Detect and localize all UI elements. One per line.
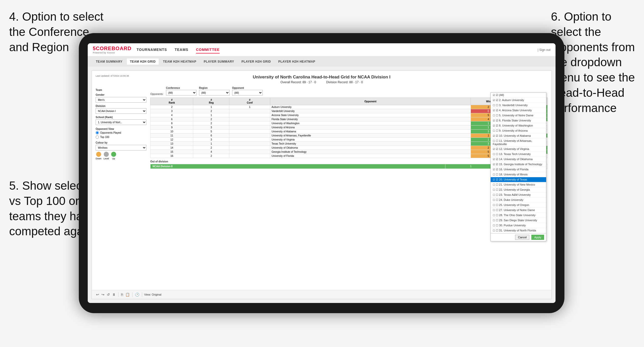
td-opponent: University of Washington (270, 121, 471, 126)
conference-filter-group: Conference (All) (166, 87, 197, 95)
out-of-division-label: Out of division (150, 160, 548, 163)
dropdown-item[interactable]: ☐ 30. Purdue University (491, 223, 546, 228)
top100-label: Top 100 (100, 136, 109, 138)
report-panel: Last Updated: 4/7/2024 16:55:38 Universi… (92, 71, 552, 299)
dropdown-item[interactable]: ☑ 4. Arizona State University (491, 108, 546, 113)
division-record: Division Record: 88 · 17 · 0 (326, 80, 363, 84)
dropdown-item[interactable]: ☑ 6. Florida State University (491, 118, 546, 123)
dropdown-item[interactable]: ☐ 23. Texas A&M University (491, 192, 546, 198)
legend-down-label: Down (96, 157, 101, 160)
dropdown-item[interactable]: ☑ 10. University of Alabama (491, 133, 546, 138)
conference-filter-label: Conference (166, 87, 197, 89)
dropdown-item[interactable]: ☐ 5. University of Notre Dame (491, 113, 546, 118)
paste-icon[interactable]: 📋 (125, 292, 130, 297)
dropdown-item[interactable]: ☐ 25. University of Oregon (491, 203, 546, 208)
dropdown-item[interactable]: ☑ 2. Auburn University (491, 98, 546, 103)
td-reg: 2 (193, 121, 229, 126)
gender-select[interactable]: Men's (96, 97, 146, 103)
cancel-button[interactable]: Cancel (515, 235, 529, 240)
dropdown-item[interactable]: ☑ (All) (491, 93, 546, 98)
top100-option[interactable]: Top 100 (96, 135, 146, 139)
sub-nav-h2h-heatmap[interactable]: TEAM H2H HEATMAP (160, 59, 199, 65)
dropdown-item[interactable]: ☑ 16. University of Florida (491, 167, 546, 172)
toolbar-sep-1 (118, 292, 118, 297)
opponents-played-radio[interactable] (96, 131, 99, 134)
school-label: School (Rank) (96, 116, 146, 119)
dropdown-item[interactable]: ☑ 12. University of Virginia (491, 147, 546, 152)
td-rank: 8 (151, 121, 193, 126)
legend-level: Level (103, 152, 109, 160)
nav-committee[interactable]: COMMITTEE (196, 46, 220, 53)
td-opponent: Texas Tech University (270, 142, 471, 146)
legend-level-dot (104, 152, 109, 157)
dropdown-item[interactable]: ☐ 9. University of Arizona (491, 128, 546, 133)
dropdown-item[interactable]: ☐ 28. The Ohio State University (491, 213, 546, 218)
td-rank: 11 (151, 134, 193, 138)
dropdown-item[interactable]: ☑ 8. University of Washington (491, 123, 546, 128)
dropdown-item[interactable]: ☐ 11. University of Arkansas, Fayettevil… (491, 138, 546, 147)
dropdown-item[interactable]: ☐ 24. Duke University (491, 198, 546, 203)
copy-icon[interactable]: ⎘ (121, 292, 124, 297)
th-reg: #Reg (193, 98, 229, 105)
out-div-table: NCAA Division II 1 0 (150, 164, 548, 169)
dropdown-item[interactable]: ☐ 3. Vanderbilt University (491, 103, 546, 108)
undo-icon[interactable]: ↩ (96, 292, 100, 297)
legend: Down Level Up (96, 152, 146, 160)
table-row: 10 5 University of Alabama 3 0 (151, 130, 548, 134)
sub-nav-player-h2h-heatmap[interactable]: PLAYER H2H HEATMAP (275, 59, 318, 65)
dropdown-item[interactable]: ☐ 27. University of Notre Dame (491, 208, 546, 213)
dropdown-item[interactable]: ☐ 29. San Diego State University (491, 218, 546, 223)
sub-nav-player-h2h-grid[interactable]: PLAYER H2H GRID (238, 59, 274, 65)
td-conf (229, 117, 270, 121)
sub-nav-team-summary[interactable]: TEAM SUMMARY (93, 59, 126, 65)
td-conf (229, 121, 270, 126)
redo-icon[interactable]: ↪ (101, 292, 105, 297)
dropdown-item[interactable]: ☑ 15. Georgia Institute of Technology (491, 162, 546, 167)
dropdown-item[interactable]: ☐ 31. University of North Florida (491, 228, 546, 233)
td-conf (229, 138, 270, 142)
opponent-filter-select[interactable]: (All) (232, 90, 263, 95)
td-conf (229, 150, 270, 154)
pause-icon[interactable]: ⏸ (112, 292, 116, 297)
conference-filter-select[interactable]: (All) (166, 90, 197, 95)
filter-row: Opponents: Conference (All) Region ( (150, 87, 548, 95)
td-reg: 3 (193, 126, 229, 130)
opponents-played-option[interactable]: Opponents Played (96, 131, 146, 134)
dropdown-item[interactable]: ☐ 21. University of New Mexico (491, 182, 546, 187)
td-opponent: University of Florida (270, 154, 471, 158)
gender-label: Gender (96, 93, 146, 96)
td-reg: 1 (193, 142, 229, 146)
opponent-dropdown[interactable]: ☑ (All)☑ 2. Auburn University☐ 3. Vander… (490, 92, 546, 241)
nav-bar: 5COREBOARD Powered by Xxxxxx TOURNAMENTS… (88, 43, 556, 57)
refresh-icon[interactable]: ↺ (106, 292, 110, 297)
school-select[interactable]: 1. University of Nort... (96, 119, 146, 125)
dropdown-item[interactable]: ☑ 20. University of Texas (491, 177, 546, 182)
table-row: 16 2 University of Florida 5 1 (151, 154, 548, 158)
sub-nav-player-summary[interactable]: PLAYER SUMMARY (201, 59, 237, 65)
nav-tournaments[interactable]: TOURNAMENTS (137, 46, 167, 53)
region-filter-select[interactable]: (All) (199, 90, 230, 95)
th-rank: #Rank (151, 98, 193, 105)
td-opponent: Auburn University (270, 105, 471, 109)
table-row: 14 2 University of Oklahoma 2 2 (151, 146, 548, 150)
toolbar: ↩ ↪ ↺ ⏸ ⎘ 📋 🕐 View: Original (92, 290, 551, 299)
dropdown-item[interactable]: ☐ 18. University of Illinois (491, 172, 546, 177)
th-opponent: Opponent (270, 98, 471, 105)
nav-signout[interactable]: | Sign out (538, 48, 550, 52)
sub-nav-h2h-grid[interactable]: TEAM H2H GRID (127, 59, 159, 65)
table-row: 13 1 Texas Tech University 3 0 (151, 142, 548, 146)
dropdown-item[interactable]: ☐ 22. University of Georgia (491, 187, 546, 192)
colour-by: Colour by Win/loss Down (96, 141, 146, 160)
toolbar-sep-3 (142, 292, 142, 297)
apply-button[interactable]: Apply (531, 235, 544, 240)
top100-radio[interactable] (96, 135, 99, 139)
dropdown-item[interactable]: ☐ 13. Texas Tech University (491, 152, 546, 157)
td-reg: 4 (193, 150, 229, 154)
td-rank: 2 (151, 105, 193, 109)
colour-by-select[interactable]: Win/loss (96, 145, 146, 150)
td-reg: 3 (193, 138, 229, 142)
division-select[interactable]: NCAA Division I (96, 108, 146, 114)
nav-teams[interactable]: TEAMS (175, 46, 188, 53)
dropdown-item[interactable]: ☑ 14. University of Oklahoma (491, 157, 546, 162)
clock-icon[interactable]: 🕐 (134, 292, 140, 297)
